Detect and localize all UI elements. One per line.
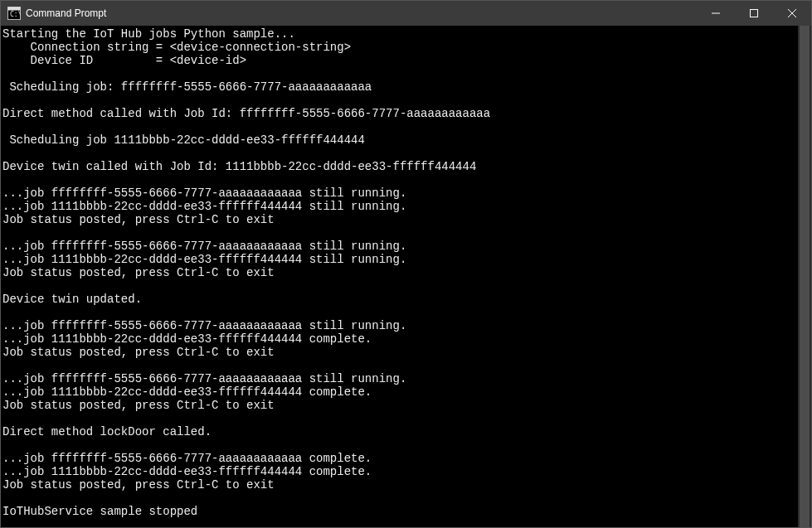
- window-title: Command Prompt: [26, 7, 113, 19]
- command-prompt-window: C:\ Command Prompt Starting the IoT Hub …: [0, 0, 812, 528]
- svg-text:C:\: C:\: [10, 11, 21, 18]
- titlebar[interactable]: C:\ Command Prompt: [1, 1, 811, 26]
- command-prompt-icon: C:\: [7, 7, 21, 20]
- maximize-button[interactable]: [735, 1, 773, 26]
- client-area: Starting the IoT Hub jobs Python sample.…: [1, 26, 811, 527]
- scroll-thumb[interactable]: [800, 26, 810, 527]
- svg-rect-1: [8, 7, 21, 11]
- svg-rect-4: [751, 10, 758, 17]
- minimize-button[interactable]: [697, 1, 735, 26]
- console-output[interactable]: Starting the IoT Hub jobs Python sample.…: [1, 26, 798, 527]
- vertical-scrollbar[interactable]: [798, 26, 811, 527]
- close-button[interactable]: [773, 1, 811, 26]
